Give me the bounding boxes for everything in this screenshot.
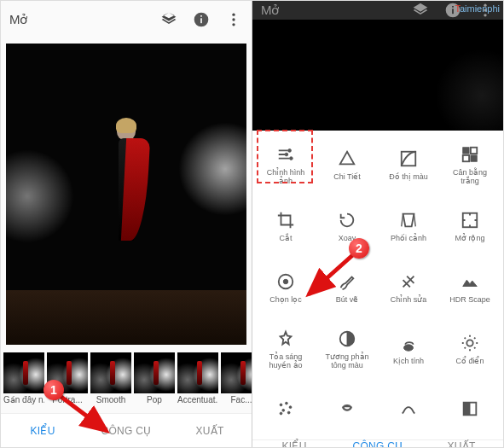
svg-point-29	[287, 411, 290, 414]
right-pane: Taimienphi Mở Chỉnh hình ảnhChi TiếtĐồ t…	[252, 1, 503, 447]
tool-label: Cân bằng trắng	[443, 168, 496, 185]
svg-rect-17	[471, 148, 477, 154]
grunge-icon	[398, 399, 419, 419]
step-badge-2: 2	[349, 238, 369, 259]
photo-subject	[105, 119, 148, 256]
svg-rect-18	[463, 155, 469, 161]
looks-thumb[interactable]: Pop	[134, 352, 175, 413]
tool-crop[interactable]: Cắt	[256, 197, 316, 255]
image-canvas[interactable]	[6, 44, 246, 345]
whitebal-icon	[460, 144, 480, 165]
svg-point-4	[232, 18, 235, 20]
tool-label: Tương phản tông màu	[321, 352, 374, 369]
looks-thumb-label: Pop	[147, 395, 162, 404]
tool-label: Chỉnh sửa	[391, 295, 427, 304]
tool-details[interactable]: Chi Tiết	[317, 136, 377, 194]
tool-label: Chi Tiết	[333, 172, 361, 181]
details-icon	[337, 148, 357, 169]
tool-bw[interactable]	[440, 381, 500, 439]
tool-label: Cổ điển	[455, 357, 484, 365]
tool-vintage[interactable]: Cổ điển	[440, 320, 500, 378]
svg-point-28	[282, 409, 285, 411]
tab-kieu[interactable]: KIỂU	[252, 440, 336, 447]
grainy-icon	[275, 399, 296, 419]
looks-strip: Gần đây n...Portra...SmoothPopAccentuat.…	[1, 350, 252, 413]
tool-retrolux[interactable]	[317, 381, 377, 439]
expand-icon	[460, 210, 480, 230]
tool-grunge[interactable]	[379, 381, 438, 439]
tool-tonal[interactable]: Tương phản tông màu	[317, 320, 377, 378]
tool-tune[interactable]: Chỉnh hình ảnh	[256, 136, 316, 194]
healing-icon	[398, 271, 419, 292]
image-canvas-dimmed	[252, 20, 503, 131]
svg-point-25	[280, 404, 282, 406]
tool-label: Cắt	[280, 234, 293, 242]
tool-expand[interactable]: Mở rộng	[440, 197, 500, 255]
svg-point-3	[232, 14, 235, 16]
svg-point-22	[283, 279, 288, 284]
tool-curves[interactable]: Đồ thị màu	[379, 136, 438, 194]
svg-rect-8	[452, 6, 454, 8]
glamour-icon	[275, 329, 296, 349]
looks-thumb[interactable]: Fac...	[221, 352, 252, 413]
vintage-icon	[460, 333, 480, 353]
lens-flare	[1, 149, 74, 243]
svg-point-26	[286, 402, 288, 404]
arrow-annotation	[54, 390, 122, 441]
tool-glamour[interactable]: Tỏa sáng huyền ảo	[256, 320, 316, 378]
retrolux-icon	[337, 399, 357, 419]
svg-point-12	[288, 149, 292, 153]
tool-healing[interactable]: Chỉnh sửa	[379, 259, 438, 317]
tool-whitebal[interactable]: Cân bằng trắng	[440, 136, 500, 194]
tool-drama[interactable]: Kịch tính	[379, 320, 438, 378]
tune-icon	[275, 144, 296, 165]
bottom-nav: KIỂU CÔNG CỤ XUẤT	[252, 439, 503, 447]
svg-point-5	[232, 23, 235, 26]
tool-perspective[interactable]: Phối cảnh	[379, 197, 438, 255]
svg-point-27	[289, 406, 292, 409]
tool-label: Mở rộng	[455, 234, 484, 242]
svg-point-24	[466, 340, 472, 346]
drama-icon	[398, 333, 419, 353]
curves-icon	[398, 148, 419, 169]
svg-point-14	[290, 157, 293, 160]
tab-xuat[interactable]: XUẤT	[420, 440, 503, 447]
svg-rect-16	[463, 148, 469, 154]
more-vert-icon[interactable]	[224, 10, 243, 29]
svg-point-30	[280, 412, 282, 415]
svg-rect-7	[452, 9, 454, 14]
svg-point-11	[484, 14, 486, 16]
looks-thumb-label: Gần đây n...	[3, 395, 44, 404]
tool-label: Kịch tính	[393, 357, 424, 365]
left-pane: Mở Gần đây n...Portra...SmoothPopAccentu…	[1, 1, 252, 447]
looks-thumb-label: Accentuat...	[177, 395, 218, 404]
bottom-nav: KIỂU CÔNG CỤ XUẤT	[1, 413, 252, 447]
svg-rect-32	[464, 403, 470, 416]
svg-rect-2	[200, 15, 202, 17]
open-button[interactable]: Mở	[261, 3, 280, 18]
stacks-icon[interactable]	[411, 1, 430, 20]
tool-label: Đồ thị màu	[389, 172, 428, 181]
tool-hdr[interactable]: HDR Scape	[440, 259, 500, 317]
svg-rect-19	[471, 155, 477, 161]
tool-label: HDR Scape	[449, 295, 490, 304]
tab-congcu[interactable]: CÔNG CỤ	[336, 440, 420, 447]
bw-icon	[460, 399, 480, 419]
info-icon[interactable]	[192, 10, 211, 29]
open-button[interactable]: Mở	[9, 12, 28, 27]
tool-label: Phối cảnh	[391, 234, 426, 242]
tonal-icon	[337, 329, 357, 349]
selective-icon	[275, 271, 296, 292]
tools-sheet: Chỉnh hình ảnhChi TiếtĐồ thị màuCân bằng…	[252, 131, 503, 439]
tab-xuat[interactable]: XUẤT	[168, 414, 252, 447]
rotate-icon	[337, 210, 357, 230]
tool-label: Chỉnh hình ảnh	[259, 168, 312, 185]
step-badge-1: 1	[43, 380, 64, 400]
tool-grainy[interactable]	[256, 381, 316, 439]
stacks-icon[interactable]	[159, 10, 178, 29]
app-bar: Mở	[1, 1, 252, 38]
looks-thumb-label: Fac...	[230, 395, 252, 404]
hdr-icon	[460, 271, 480, 292]
looks-thumb[interactable]: Gần đây n...	[3, 352, 44, 413]
looks-thumb[interactable]: Accentuat...	[177, 352, 218, 413]
